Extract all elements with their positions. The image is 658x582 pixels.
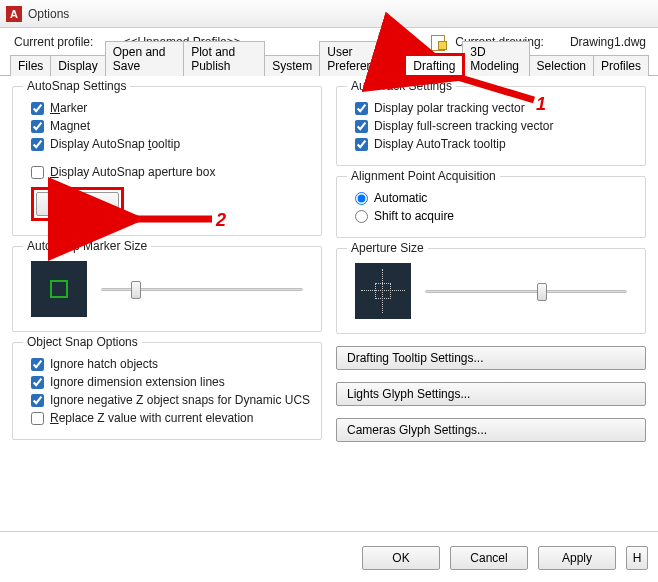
label-ignore-negz: Ignore negative Z object snaps for Dynam… bbox=[50, 393, 310, 407]
group-object-snap-options: Object Snap Options Ignore hatch objects… bbox=[12, 342, 322, 440]
group-alignment-point: Alignment Point Acquisition Automatic Sh… bbox=[336, 176, 646, 238]
marker-size-slider[interactable] bbox=[101, 279, 303, 299]
group-autotrack-settings: AutoTrack Settings Display polar trackin… bbox=[336, 86, 646, 166]
group-autosnap-settings: AutoSnap Settings Marker Magnet Display … bbox=[12, 86, 322, 236]
radio-shift[interactable] bbox=[355, 210, 368, 223]
group-aperture-size: Aperture Size bbox=[336, 248, 646, 334]
checkbox-magnet[interactable] bbox=[31, 120, 44, 133]
apply-button[interactable]: Apply bbox=[538, 546, 616, 570]
label-automatic: Automatic bbox=[374, 191, 427, 205]
label-autotrack-tooltip: Display AutoTrack tooltip bbox=[374, 137, 506, 151]
tab-selection[interactable]: Selection bbox=[529, 55, 594, 76]
group-autosnap-marker-size: AutoSnap Marker Size bbox=[12, 246, 322, 332]
drawing-icon bbox=[431, 34, 447, 50]
current-drawing-value: Drawing1.dwg bbox=[570, 35, 646, 49]
cameras-glyph-settings-button[interactable]: Cameras Glyph Settings... bbox=[336, 418, 646, 442]
annotation-1: 1 bbox=[536, 94, 546, 115]
cancel-button[interactable]: Cancel bbox=[450, 546, 528, 570]
separator bbox=[0, 531, 658, 532]
label-ignore-dim: Ignore dimension extension lines bbox=[50, 375, 225, 389]
tab-3d-modeling[interactable]: 3D Modeling bbox=[462, 41, 529, 76]
highlight-colors: Colors... bbox=[31, 187, 124, 221]
checkbox-replace-z[interactable] bbox=[31, 412, 44, 425]
dialog-buttons: OK Cancel Apply H bbox=[362, 546, 648, 570]
label-ignore-hatch: Ignore hatch objects bbox=[50, 357, 158, 371]
ok-button[interactable]: OK bbox=[362, 546, 440, 570]
tab-plot-and-publish[interactable]: Plot and Publish bbox=[183, 41, 265, 76]
legend-aperture: Aperture Size bbox=[347, 241, 428, 255]
tab-user-preferences[interactable]: User Preferences bbox=[319, 41, 406, 76]
tab-profiles[interactable]: Profiles bbox=[593, 55, 649, 76]
window-title: Options bbox=[28, 7, 69, 21]
label-shift: Shift to acquire bbox=[374, 209, 454, 223]
colors-button[interactable]: Colors... bbox=[36, 192, 119, 216]
label-autosnap-tooltip: Display AutoSnap tooltip bbox=[50, 137, 180, 151]
legend-autosnap: AutoSnap Settings bbox=[23, 79, 130, 93]
legend-marker-size: AutoSnap Marker Size bbox=[23, 239, 151, 253]
drafting-tooltip-settings-button[interactable]: Drafting Tooltip Settings... bbox=[336, 346, 646, 370]
tabs: Files Display Open and Save Plot and Pub… bbox=[0, 52, 658, 76]
label-replace-z: Replace Z value with current elevation bbox=[50, 411, 253, 425]
lights-glyph-settings-button[interactable]: Lights Glyph Settings... bbox=[336, 382, 646, 406]
title-bar: A Options bbox=[0, 0, 658, 28]
tab-drafting[interactable]: Drafting bbox=[405, 55, 463, 76]
legend-autotrack: AutoTrack Settings bbox=[347, 79, 456, 93]
checkbox-autotrack-tooltip[interactable] bbox=[355, 138, 368, 151]
app-logo-icon: A bbox=[6, 6, 22, 22]
label-fullscreen: Display full-screen tracking vector bbox=[374, 119, 553, 133]
checkbox-marker[interactable] bbox=[31, 102, 44, 115]
tab-display[interactable]: Display bbox=[50, 55, 105, 76]
label-polar: Display polar tracking vector bbox=[374, 101, 525, 115]
aperture-preview bbox=[355, 263, 411, 319]
label-aperture-box: Display AutoSnap aperture box bbox=[50, 165, 215, 179]
help-button[interactable]: H bbox=[626, 546, 648, 570]
checkbox-polar[interactable] bbox=[355, 102, 368, 115]
label-marker: Marker bbox=[50, 101, 87, 115]
legend-osnap: Object Snap Options bbox=[23, 335, 142, 349]
marker-preview bbox=[31, 261, 87, 317]
legend-alignment: Alignment Point Acquisition bbox=[347, 169, 500, 183]
tab-files[interactable]: Files bbox=[10, 55, 51, 76]
checkbox-ignore-dim[interactable] bbox=[31, 376, 44, 389]
current-profile-label: Current profile: bbox=[14, 35, 93, 49]
label-magnet: Magnet bbox=[50, 119, 90, 133]
tab-system[interactable]: System bbox=[264, 55, 320, 76]
checkbox-fullscreen[interactable] bbox=[355, 120, 368, 133]
aperture-size-slider[interactable] bbox=[425, 281, 627, 301]
annotation-2: 2 bbox=[216, 210, 226, 231]
tab-open-and-save[interactable]: Open and Save bbox=[105, 41, 184, 76]
checkbox-autosnap-tooltip[interactable] bbox=[31, 138, 44, 151]
checkbox-aperture-box[interactable] bbox=[31, 166, 44, 179]
checkbox-ignore-hatch[interactable] bbox=[31, 358, 44, 371]
checkbox-ignore-negz[interactable] bbox=[31, 394, 44, 407]
radio-automatic[interactable] bbox=[355, 192, 368, 205]
